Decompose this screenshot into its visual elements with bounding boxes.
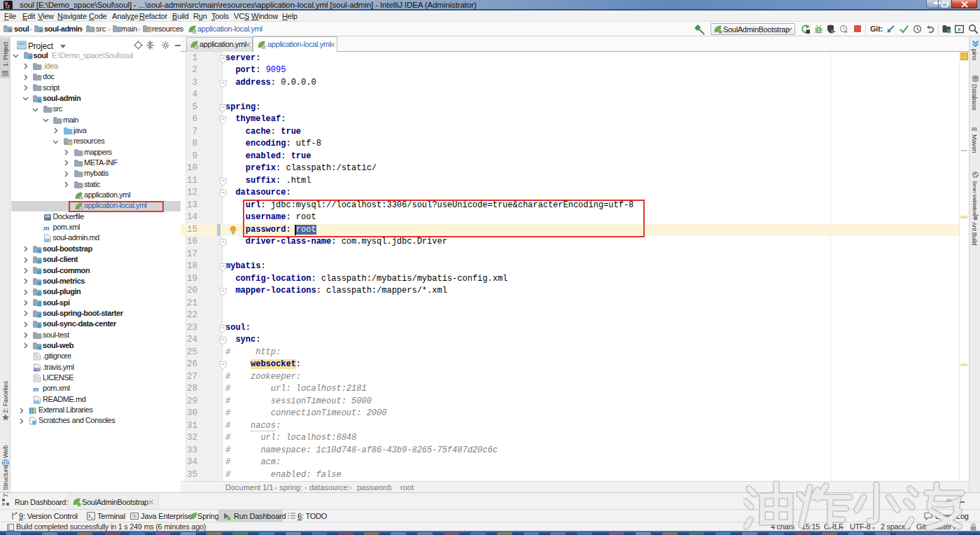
svg-text:m: m xyxy=(33,384,39,393)
svg-text:m: m xyxy=(972,125,977,132)
svg-text:IJ: IJ xyxy=(6,4,9,9)
svg-text:MD: MD xyxy=(34,400,40,403)
svg-text:m: m xyxy=(43,223,50,232)
svg-text:YML: YML xyxy=(34,368,40,371)
svg-text:MD: MD xyxy=(44,239,50,242)
